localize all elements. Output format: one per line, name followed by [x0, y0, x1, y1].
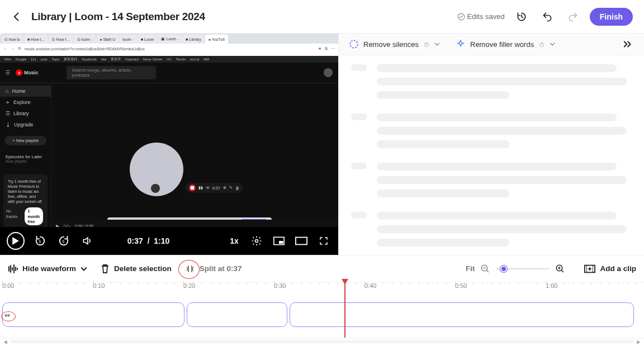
video-preview: G how to ■ How t… G How t… G loom - ● St…: [0, 34, 338, 255]
premium-promo: Try 1 month free of Music Premium to lis…: [3, 174, 48, 230]
sparkle-icon: [456, 39, 466, 49]
forward-5-button[interactable]: 5: [56, 233, 72, 249]
svg-rect-7: [296, 238, 307, 245]
compass-icon: ➣: [6, 99, 10, 105]
fullscreen-icon[interactable]: [316, 233, 332, 249]
remove-silences-label: Remove silences: [363, 40, 419, 49]
rewind-5-button[interactable]: 5: [32, 233, 48, 249]
add-clip-label: Add a clip: [600, 264, 636, 273]
tick: 0:30: [274, 282, 286, 289]
browser-tab: G how to: [1, 35, 23, 44]
settings-icon[interactable]: [249, 233, 264, 249]
remove-filler-button[interactable]: Remove filler words: [456, 39, 555, 49]
browser-tab: ■ How t…: [24, 35, 48, 44]
browser-tab-active: ● YouTub: [205, 35, 229, 44]
svg-rect-9: [425, 44, 428, 47]
browser-tab: ▣ Loom -: [158, 35, 182, 44]
remove-filler-label: Remove filler words: [470, 40, 534, 49]
svg-rect-6: [279, 241, 283, 244]
lock-icon: [423, 41, 430, 48]
theater-icon[interactable]: [293, 233, 309, 249]
recording-toolbar: ▮▮ ≪ 0:37 ⊕✎🗑: [186, 183, 243, 193]
redo-button[interactable]: [564, 8, 582, 26]
remove-silences-button[interactable]: Remove silences: [349, 39, 440, 49]
timeline[interactable]: 0:00 0:10 0:20 0:30 0:40 0:50 1:00 ⇔: [0, 282, 644, 338]
url-text: music.youtube.com/watch?v=zmkyUqBoc&list…: [25, 47, 315, 51]
sidebar-item-home: ⌂Home: [0, 86, 51, 97]
undo-button[interactable]: [538, 8, 556, 26]
hamburger-icon: ☰: [6, 70, 10, 75]
browser-tabstrip: G how to ■ How t… G How t… G loom - ● St…: [0, 34, 338, 44]
sidebar-item-library: ☰Library: [0, 108, 51, 119]
browser-tab: ■ Library: [182, 35, 205, 44]
browser-tab: loom -: [119, 35, 136, 44]
editbar: Hide waveform Delete selection Split at …: [0, 255, 644, 282]
chevron-down-icon: [434, 41, 440, 47]
tick: 0:50: [455, 282, 467, 289]
svg-text:5: 5: [62, 239, 64, 244]
clip-segment[interactable]: [187, 302, 287, 327]
tick: 0:00: [2, 282, 14, 289]
pause-icon: ▮▮: [198, 186, 203, 190]
address-bar: ←→⟳ music.youtube.com/watch?v=zmkyUqBoc&…: [0, 44, 338, 54]
play-button[interactable]: [7, 232, 25, 250]
svg-point-4: [255, 240, 258, 243]
clip-track: [2, 302, 637, 327]
hide-waveform-label: Hide waveform: [22, 264, 76, 273]
player-controls: 5 5 0:37 / 1:10 1x: [0, 227, 338, 255]
horizontal-scrollbar[interactable]: ◂▸: [0, 338, 644, 344]
svg-text:5: 5: [39, 239, 41, 244]
promo-yes-button: 1 month free: [25, 207, 43, 225]
hide-waveform-button[interactable]: Hide waveform: [8, 264, 87, 273]
collapse-panel-button[interactable]: [622, 37, 635, 51]
promo-no-button: No thanks: [3, 207, 21, 225]
record-icon: [189, 184, 196, 191]
tick: 0:20: [183, 282, 195, 289]
svg-rect-10: [540, 44, 543, 47]
home-icon: ⌂: [6, 88, 8, 94]
back-button[interactable]: [11, 11, 22, 22]
ytm-logo: Music: [16, 69, 39, 76]
delete-selection-label: Delete selection: [114, 264, 172, 273]
time-display: 0:37 / 1:10: [127, 236, 170, 245]
zoom-out-button[interactable]: [480, 264, 490, 274]
split-button[interactable]: Split at 0:37: [185, 264, 242, 273]
fit-label: Fit: [466, 264, 475, 273]
tick: 0:40: [364, 282, 376, 289]
episodes-later: Episodes for Later Auto playlist: [0, 151, 51, 167]
browser-tab: G loom -: [74, 35, 96, 44]
webcam-menu-dot: [151, 184, 160, 193]
tick: 1:00: [546, 282, 557, 289]
delete-selection-button[interactable]: Delete selection: [101, 264, 172, 274]
browser-tab: ● Start U: [96, 35, 119, 44]
chevron-down-icon: [80, 266, 87, 272]
history-button[interactable]: [513, 8, 531, 26]
avatar: [324, 68, 333, 77]
pip-icon[interactable]: [271, 233, 287, 249]
library-icon: ☰: [6, 111, 10, 116]
zoom-in-button[interactable]: [555, 264, 565, 274]
add-clip-button[interactable]: Add a clip: [584, 264, 636, 273]
clip-segment[interactable]: [290, 302, 634, 327]
browser-chrome: G how to ■ How t… G How t… G loom - ● St…: [0, 34, 338, 56]
stage: ▮▮ ≪ 0:37 ⊕✎🗑 Loom – Screen Recorder & S…: [51, 83, 338, 232]
search-input: Search songs, albums, artists, podcasts: [67, 66, 156, 79]
speed-button[interactable]: 1x: [226, 233, 242, 249]
browser-tab: ■ Loom: [138, 35, 158, 44]
edits-saved-status: Edits saved: [457, 12, 505, 21]
trim-handle-icon[interactable]: ⇔: [4, 311, 10, 319]
playhead[interactable]: [344, 282, 345, 338]
finish-button[interactable]: Finish: [590, 8, 633, 26]
clip-icon: [584, 264, 595, 273]
volume-button[interactable]: [79, 233, 95, 249]
clip-segment[interactable]: [2, 302, 184, 327]
rec-time: 0:37: [212, 186, 220, 190]
page-title: Library | Loom - 14 September 2024: [31, 11, 205, 23]
trash-icon: [101, 264, 110, 274]
zoom-slider[interactable]: [496, 268, 550, 269]
sidebar-item-upgrade: ⭳Upgrade: [0, 119, 51, 130]
silences-icon: [349, 39, 359, 49]
split-icon: [185, 264, 195, 273]
svg-rect-1: [191, 186, 194, 189]
split-label: Split at 0:37: [200, 264, 242, 273]
